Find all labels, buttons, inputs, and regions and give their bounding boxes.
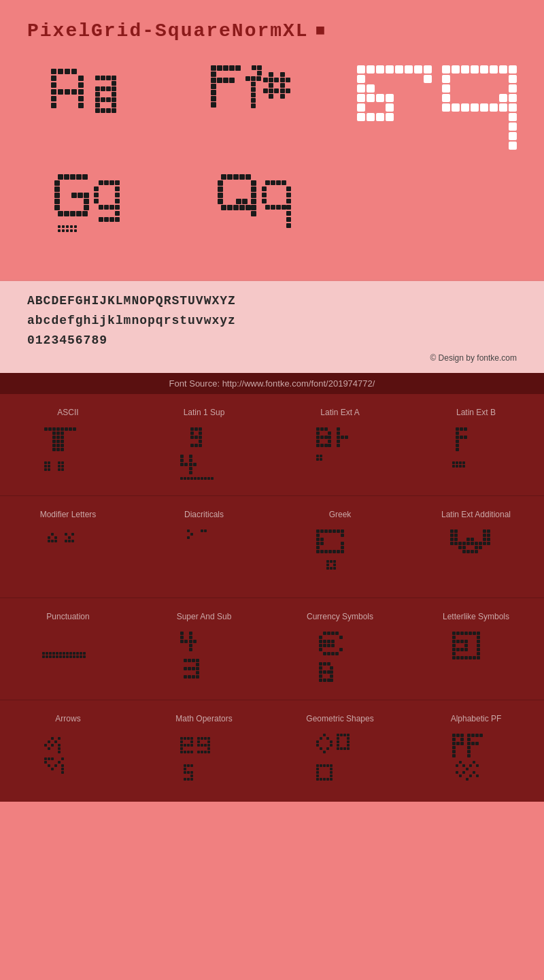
svg-rect-493 bbox=[452, 632, 456, 635]
svg-rect-480 bbox=[327, 662, 330, 666]
svg-rect-35 bbox=[101, 108, 105, 113]
svg-rect-255 bbox=[190, 431, 194, 435]
svg-rect-174 bbox=[66, 229, 69, 232]
svg-rect-48 bbox=[211, 84, 216, 89]
svg-rect-152 bbox=[94, 186, 99, 191]
svg-rect-408 bbox=[42, 652, 45, 655]
svg-rect-314 bbox=[456, 436, 459, 439]
svg-rect-403 bbox=[479, 546, 482, 549]
svg-rect-638 bbox=[467, 734, 471, 737]
svg-rect-615 bbox=[330, 764, 333, 767]
svg-rect-417 bbox=[73, 652, 75, 655]
svg-rect-467 bbox=[331, 640, 335, 643]
svg-rect-401 bbox=[462, 546, 466, 549]
svg-rect-608 bbox=[340, 747, 343, 750]
svg-rect-598 bbox=[340, 734, 343, 736]
dark-section: Font Source: http://www.fontke.com/font/… bbox=[0, 373, 544, 802]
svg-rect-565 bbox=[197, 740, 200, 743]
svg-rect-27 bbox=[112, 92, 116, 97]
svg-rect-258 bbox=[194, 436, 198, 439]
glyph-gg-svg bbox=[51, 171, 167, 259]
svg-rect-557 bbox=[180, 751, 183, 753]
svg-rect-271 bbox=[193, 463, 197, 466]
svg-rect-219 bbox=[52, 427, 56, 431]
svg-rect-451 bbox=[192, 667, 195, 670]
svg-rect-481 bbox=[319, 666, 322, 670]
svg-rect-641 bbox=[479, 734, 483, 737]
svg-rect-525 bbox=[48, 740, 50, 743]
svg-rect-529 bbox=[54, 740, 57, 743]
svg-rect-546 bbox=[180, 737, 183, 740]
svg-rect-234 bbox=[52, 444, 56, 447]
svg-rect-21 bbox=[112, 81, 116, 86]
svg-rect-192 bbox=[221, 205, 226, 210]
svg-rect-466 bbox=[327, 640, 330, 643]
svg-rect-64 bbox=[280, 72, 285, 77]
svg-rect-536 bbox=[51, 768, 54, 770]
svg-rect-238 bbox=[56, 448, 60, 451]
glyph-image-alphabeticpf bbox=[445, 734, 507, 788]
glyph-label-punctuation: Punctuation bbox=[46, 612, 89, 621]
svg-rect-495 bbox=[460, 632, 464, 635]
svg-rect-426 bbox=[59, 655, 62, 658]
svg-rect-323 bbox=[462, 461, 465, 464]
svg-rect-643 bbox=[467, 742, 471, 745]
svg-rect-197 bbox=[251, 205, 256, 210]
svg-rect-257 bbox=[190, 436, 194, 439]
svg-rect-645 bbox=[475, 742, 479, 745]
svg-rect-524 bbox=[44, 744, 47, 747]
svg-rect-220 bbox=[56, 427, 60, 431]
svg-rect-437 bbox=[189, 636, 192, 639]
svg-rect-631 bbox=[460, 738, 464, 741]
svg-rect-418 bbox=[76, 652, 79, 655]
glyph-image-latin1sup bbox=[173, 427, 235, 482]
svg-rect-593 bbox=[330, 744, 333, 747]
glyph-cell-latinextb: Latin Ext B bbox=[408, 394, 544, 496]
svg-rect-498 bbox=[473, 632, 476, 635]
svg-rect-244 bbox=[44, 468, 47, 471]
svg-rect-248 bbox=[58, 465, 61, 468]
svg-rect-264 bbox=[180, 455, 184, 458]
svg-rect-250 bbox=[58, 468, 61, 471]
svg-rect-272 bbox=[189, 467, 192, 470]
svg-rect-55 bbox=[245, 76, 250, 81]
svg-rect-372 bbox=[333, 564, 336, 566]
svg-rect-292 bbox=[328, 436, 331, 439]
glyph-ff-svg bbox=[207, 62, 323, 150]
svg-rect-147 bbox=[82, 211, 88, 216]
svg-rect-415 bbox=[66, 652, 69, 655]
svg-rect-396 bbox=[475, 542, 478, 545]
svg-rect-85 bbox=[414, 65, 422, 74]
svg-rect-376 bbox=[450, 529, 454, 533]
svg-rect-558 bbox=[184, 751, 186, 753]
svg-rect-368 bbox=[326, 560, 329, 563]
glyph-cell-latin1sup: Latin 1 Sup bbox=[136, 394, 272, 496]
glyph-label-currencysymbols: Currency Symbols bbox=[307, 612, 373, 621]
svg-rect-340 bbox=[187, 529, 190, 532]
svg-rect-430 bbox=[73, 655, 75, 658]
svg-rect-102 bbox=[452, 65, 460, 74]
svg-rect-61 bbox=[251, 98, 256, 103]
svg-rect-347 bbox=[324, 529, 328, 533]
glyph-cell-ascii: ASCII bbox=[0, 394, 136, 496]
svg-rect-69 bbox=[286, 78, 290, 82]
svg-rect-383 bbox=[487, 534, 490, 537]
svg-rect-449 bbox=[184, 667, 187, 670]
svg-rect-400 bbox=[458, 546, 462, 549]
svg-rect-259 bbox=[199, 436, 202, 439]
svg-rect-363 bbox=[324, 550, 328, 553]
svg-rect-357 bbox=[320, 542, 324, 545]
svg-rect-232 bbox=[56, 440, 60, 443]
svg-rect-636 bbox=[452, 750, 456, 753]
svg-rect-622 bbox=[316, 778, 319, 781]
svg-rect-656 bbox=[456, 771, 458, 774]
svg-rect-455 bbox=[188, 675, 191, 679]
svg-rect-109 bbox=[442, 75, 450, 83]
svg-rect-101 bbox=[442, 65, 450, 74]
svg-rect-660 bbox=[469, 774, 472, 777]
svg-rect-468 bbox=[319, 644, 322, 647]
svg-rect-334 bbox=[65, 533, 67, 536]
svg-rect-82 bbox=[386, 65, 394, 74]
svg-rect-518 bbox=[456, 656, 460, 659]
svg-rect-113 bbox=[442, 94, 450, 102]
